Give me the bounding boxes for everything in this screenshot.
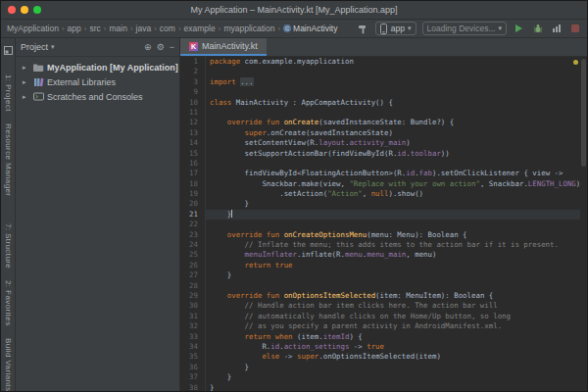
code-line-9[interactable]: 9: [180, 87, 580, 97]
code-line-25[interactable]: 25 menuInflater.inflate(R.menu.menu_main…: [180, 250, 580, 260]
tool-button-7-structure[interactable]: 7: Structure: [4, 223, 13, 269]
build-hammer-icon[interactable]: [357, 23, 369, 35]
line-number-24[interactable]: 24: [180, 240, 206, 250]
line-number-34[interactable]: 34: [180, 342, 206, 352]
line-number-23[interactable]: 23: [180, 230, 206, 240]
line-number-36[interactable]: 36: [180, 363, 206, 372]
code-line-13[interactable]: 13 super.onCreate(savedInstanceState): [180, 128, 580, 138]
project-tree-item-external-libraries[interactable]: ▸External Libraries: [16, 74, 179, 89]
editor-scrollbar[interactable]: [580, 57, 587, 391]
minimize-window-button[interactable]: [21, 6, 28, 14]
code-line-29[interactable]: 29 override fun onOptionsItemSelected(it…: [180, 291, 580, 301]
line-number-15[interactable]: 15: [180, 149, 206, 159]
breadcrumb-item-main[interactable]: main: [109, 24, 126, 33]
settings-gear-icon[interactable]: ⚙: [157, 42, 165, 52]
device-select[interactable]: Loading Devices... ▾: [422, 22, 507, 35]
project-tree-item-scratches-and-consoles[interactable]: ▸Scratches and Consoles: [16, 89, 179, 104]
code-line-38[interactable]: 38}: [180, 383, 580, 392]
code-line-2[interactable]: 2: [180, 67, 580, 76]
code-line-36[interactable]: 36 }: [180, 363, 580, 372]
line-number-32[interactable]: 32: [180, 321, 206, 331]
run-button[interactable]: [513, 23, 525, 35]
code-line-32[interactable]: 32 // as you specify a parent activity i…: [180, 321, 580, 331]
code-line-1[interactable]: 1package com.example.myapplication: [180, 57, 580, 67]
scrollbar-thumb[interactable]: [581, 59, 586, 167]
chevron-right-icon[interactable]: ▸: [23, 64, 29, 72]
code-line-31[interactable]: 31 // automatically handle clicks on the…: [180, 312, 580, 321]
line-number-31[interactable]: 31: [180, 312, 206, 321]
tool-button-1-project[interactable]: 1: Project: [4, 74, 13, 112]
code-line-28[interactable]: 28: [180, 281, 580, 291]
breadcrumb-item-src[interactable]: src: [89, 24, 100, 33]
code-line-18[interactable]: 18 Snackbar.make(view, "Replace with you…: [180, 179, 580, 189]
line-number-27[interactable]: 27: [180, 270, 206, 280]
line-number-21[interactable]: 21: [180, 210, 206, 220]
line-number-14[interactable]: 14: [180, 138, 206, 148]
code-line-19[interactable]: 19 .setAction("Action", null).show(): [180, 189, 580, 199]
breadcrumb-item-com[interactable]: com: [160, 24, 175, 33]
line-number-1[interactable]: 1: [180, 57, 206, 67]
tool-windows-icon[interactable]: [4, 41, 13, 59]
tool-button-build-variants[interactable]: Build Variants: [4, 338, 13, 391]
line-number-20[interactable]: 20: [180, 199, 206, 209]
tool-button-2-favorites[interactable]: 2: Favorites: [4, 280, 13, 326]
line-number-9[interactable]: 9: [180, 87, 206, 97]
breadcrumb-item-app[interactable]: app: [68, 24, 81, 33]
run-configuration-select[interactable]: app ▾: [375, 22, 416, 35]
breadcrumb-item-myapplication[interactable]: myapplication: [223, 24, 274, 33]
line-number-19[interactable]: 19: [180, 189, 206, 199]
code-line-21[interactable]: 21 }: [180, 210, 580, 220]
line-number-11[interactable]: 11: [180, 108, 206, 118]
code-editor[interactable]: 1package com.example.myapplication23impo…: [180, 57, 587, 391]
line-number-12[interactable]: 12: [180, 118, 206, 127]
line-number-10[interactable]: 10: [180, 98, 206, 108]
line-number-22[interactable]: 22: [180, 220, 206, 229]
line-number-2[interactable]: 2: [180, 67, 206, 76]
code-line-27[interactable]: 27 }: [180, 270, 580, 280]
code-line-22[interactable]: 22: [180, 220, 580, 229]
inspection-indicator[interactable]: [573, 60, 578, 65]
code-line-20[interactable]: 20 }: [180, 199, 580, 209]
line-number-33[interactable]: 33: [180, 332, 206, 342]
debug-button[interactable]: [531, 23, 544, 35]
line-number-3[interactable]: 3: [180, 77, 206, 87]
code-line-14[interactable]: 14 setContentView(R.layout.activity_main…: [180, 138, 580, 148]
zoom-window-button[interactable]: [33, 6, 41, 14]
line-number-30[interactable]: 30: [180, 301, 206, 311]
code-line-35[interactable]: 35 else -> super.onOptionsItemSelected(i…: [180, 352, 580, 362]
project-panel-title[interactable]: Project: [21, 42, 48, 52]
line-number-17[interactable]: 17: [180, 169, 206, 178]
chevron-down-icon[interactable]: ▾: [51, 43, 55, 51]
line-number-35[interactable]: 35: [180, 352, 206, 362]
stop-button[interactable]: [568, 23, 581, 35]
line-number-13[interactable]: 13: [180, 128, 206, 138]
line-number-16[interactable]: 16: [180, 159, 206, 169]
code-line-23[interactable]: 23 override fun onCreateOptionsMenu(menu…: [180, 230, 580, 240]
code-line-34[interactable]: 34 R.id.action_settings -> true: [180, 342, 580, 352]
line-number-37[interactable]: 37: [180, 372, 206, 382]
collapse-icon[interactable]: −: [170, 42, 174, 52]
chevron-right-icon[interactable]: ▸: [23, 93, 29, 101]
line-number-29[interactable]: 29: [180, 291, 206, 301]
code-line-12[interactable]: 12 override fun onCreate(savedInstanceSt…: [180, 118, 580, 127]
breadcrumb-item-myapplication[interactable]: MyApplication: [7, 24, 59, 33]
line-number-18[interactable]: 18: [180, 179, 206, 189]
code-line-17[interactable]: 17 findViewById<FloatingActionButton>(R.…: [180, 169, 580, 178]
code-line-11[interactable]: 11: [180, 108, 580, 118]
line-number-26[interactable]: 26: [180, 261, 206, 270]
code-line-10[interactable]: 10class MainActivity : AppCompatActivity…: [180, 98, 580, 108]
chevron-right-icon[interactable]: ▸: [23, 78, 29, 86]
close-window-button[interactable]: [8, 6, 16, 14]
tab-mainactivity[interactable]: K MainActivity.kt: [180, 38, 267, 56]
breadcrumb-item-mainactivity[interactable]: CMainActivity: [283, 24, 337, 33]
breadcrumb-item-java[interactable]: java: [136, 24, 152, 33]
code-line-30[interactable]: 30 // Handle action bar item clicks here…: [180, 301, 580, 311]
locate-icon[interactable]: ⊕: [144, 42, 152, 52]
line-number-25[interactable]: 25: [180, 250, 206, 260]
profiler-button[interactable]: [550, 23, 563, 35]
project-tree-item-myapplication-my-application[interactable]: ▸MyApplication [My Application]~/Androi: [16, 60, 179, 74]
code-line-15[interactable]: 15 setSupportActionBar(findViewById(R.id…: [180, 149, 580, 159]
line-number-28[interactable]: 28: [180, 281, 206, 291]
breadcrumb-item-example[interactable]: example: [184, 24, 216, 33]
code-line-3[interactable]: 3import ...: [180, 77, 580, 87]
